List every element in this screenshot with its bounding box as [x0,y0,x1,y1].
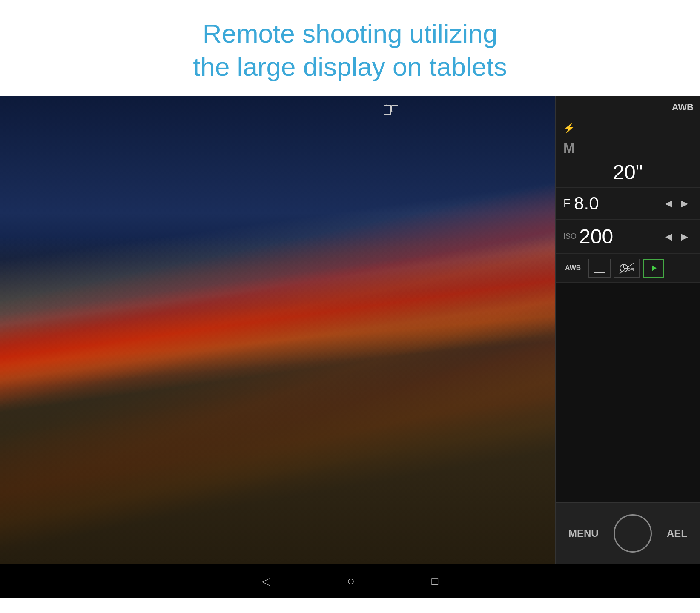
controls-panel: AWB ⚡ M 20" F 8.0 ◀ ▶ ISO [555,96,700,564]
ael-button[interactable]: AEL [667,527,687,539]
light-streaks [0,96,555,564]
rotate-portrait-icon[interactable] [383,103,398,119]
awb-top-label: AWB [672,102,694,113]
rectangle-setting-button[interactable] [588,259,611,278]
svg-marker-8 [652,265,657,271]
iso-row: ISO 200 ◀ ▶ [556,220,700,254]
fstop-label: F [563,197,571,210]
home-nav-button[interactable]: ○ [347,574,355,588]
photo-scene [0,96,555,564]
svg-rect-1 [392,105,398,112]
recent-nav-button[interactable]: □ [431,575,438,588]
page-title: Remote shooting utilizing the large disp… [85,17,615,83]
title-line1: Remote shooting utilizing [203,19,498,48]
svg-text:OFF: OFF [628,267,634,272]
fstop-row: F 8.0 ◀ ▶ [556,188,700,220]
iso-label: ISO [563,232,577,241]
shutter-speed-area: 20" [556,158,700,188]
photo-top-overlay [0,96,555,121]
svg-rect-0 [384,105,391,115]
iso-decrease-button[interactable]: ◀ [661,229,677,245]
fstop-decrease-button[interactable]: ◀ [661,195,677,212]
menu-button[interactable]: MENU [568,527,599,539]
back-nav-button[interactable]: ◁ [262,575,270,588]
device-frame: AWB ⚡ M 20" F 8.0 ◀ ▶ ISO [0,96,700,598]
bottom-controls: MENU AEL [556,502,700,564]
fstop-value: 8.0 [574,193,661,214]
svg-rect-2 [594,264,605,272]
navigation-bar: ◁ ○ □ [0,564,700,598]
camera-area: AWB ⚡ M 20" F 8.0 ◀ ▶ ISO [0,96,700,564]
shutter-release-button[interactable] [614,514,652,553]
coff-setting-button[interactable]: OFF [614,259,640,278]
mode-area: M [556,137,700,158]
title-line2: the large display on tablets [193,52,507,81]
mode-label: M [563,140,575,156]
settings-row: AWB OFF [556,254,700,283]
flash-icon[interactable]: ⚡ [563,123,575,133]
iso-increase-button[interactable]: ▶ [677,229,692,245]
awb-top-bar: AWB [556,96,700,119]
controls-spacer [556,283,700,502]
awb-setting-button[interactable]: AWB [561,259,585,278]
shutter-speed-value: 20" [613,161,643,183]
title-area: Remote shooting utilizing the large disp… [0,0,700,96]
play-setting-button[interactable] [643,259,664,278]
fstop-increase-button[interactable]: ▶ [677,195,692,212]
photo-top-icons [383,103,398,119]
photo-preview [0,96,555,564]
flash-area: ⚡ [556,119,700,137]
iso-value: 200 [579,225,661,248]
